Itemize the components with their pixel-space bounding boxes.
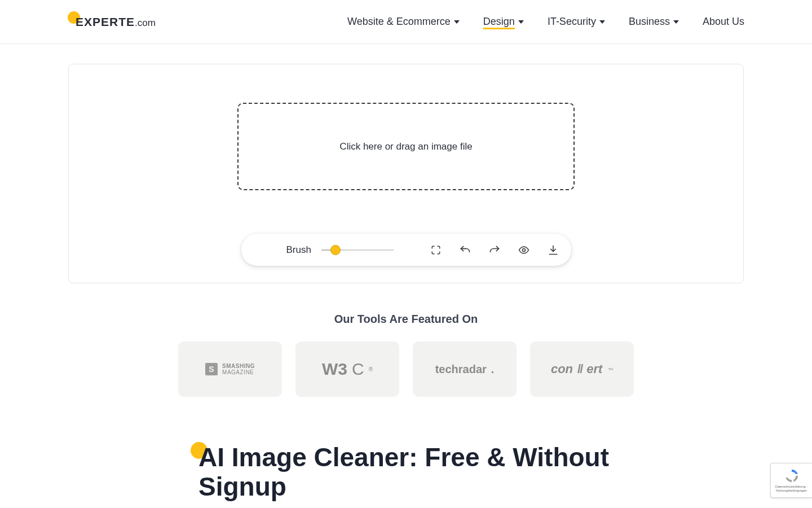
expand-icon[interactable] xyxy=(430,244,442,256)
logo-text: EXPERTE.com xyxy=(68,15,156,29)
featured-title: Our Tools Are Featured On xyxy=(0,313,812,326)
tool-card: Click here or drag an image file Brush xyxy=(68,64,744,283)
svg-point-0 xyxy=(522,248,525,251)
partner-smashing-magazine: S SMASHING MAGAZINE xyxy=(178,341,282,397)
brush-label: Brush xyxy=(286,244,311,256)
site-logo[interactable]: EXPERTE.com xyxy=(68,12,156,32)
smashing-icon: S xyxy=(205,363,218,375)
chevron-down-icon xyxy=(673,20,679,24)
chevron-down-icon xyxy=(599,20,605,24)
brush-size-slider[interactable] xyxy=(321,244,394,256)
partner-convert: con//ertTM xyxy=(530,341,634,397)
recaptcha-badge[interactable]: Datenschutzerklärung - Nutzungsbedingung… xyxy=(770,463,812,498)
page-title: AI Image Cleaner: Free & Without Signup xyxy=(192,443,620,501)
chevron-down-icon xyxy=(518,20,524,24)
recaptcha-text: Datenschutzerklärung - Nutzungsbedingung… xyxy=(775,485,807,492)
page-heading-wrap: AI Image Cleaner: Free & Without Signup xyxy=(192,443,620,501)
nav-design[interactable]: Design xyxy=(483,16,524,28)
recaptcha-icon xyxy=(784,468,800,484)
dropzone-label: Click here or drag an image file xyxy=(339,141,472,152)
site-header: EXPERTE.com Website & Ecommerce Design I… xyxy=(0,0,812,44)
chevron-down-icon xyxy=(454,20,460,24)
main-nav: Website & Ecommerce Design IT-Security B… xyxy=(347,16,744,28)
nav-business[interactable]: Business xyxy=(629,16,679,28)
nav-it-security[interactable]: IT-Security xyxy=(548,16,605,28)
editor-toolbar: Brush xyxy=(241,234,571,266)
partner-w3c: W3C® xyxy=(295,341,399,397)
partner-techradar: techradar. xyxy=(413,341,517,397)
featured-logos: S SMASHING MAGAZINE W3C® techradar. con/… xyxy=(0,341,812,397)
nav-website-ecommerce[interactable]: Website & Ecommerce xyxy=(347,16,460,28)
image-dropzone[interactable]: Click here or drag an image file xyxy=(237,103,575,190)
toolbar-icons xyxy=(430,244,559,256)
slider-thumb xyxy=(330,245,341,255)
eye-icon[interactable] xyxy=(518,244,529,256)
undo-icon[interactable] xyxy=(460,244,471,256)
nav-about-us[interactable]: About Us xyxy=(703,16,744,28)
download-icon[interactable] xyxy=(548,244,559,256)
redo-icon[interactable] xyxy=(489,244,500,256)
